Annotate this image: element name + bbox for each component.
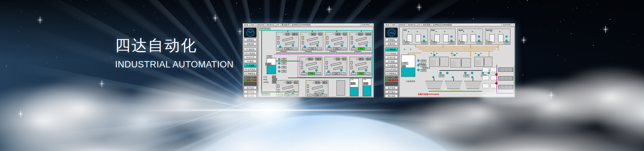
device-status-box [244, 82, 257, 86]
dosing-panel-pac: PAC***100M100M [402, 29, 428, 45]
titlebar-nav-buttons[interactable]: ◄ ► [384, 23, 391, 26]
pipe-segment [470, 51, 471, 57]
system-button-0[interactable]: 用户管理 [385, 86, 398, 90]
equipment-column [336, 80, 345, 96]
function-button-f7[interactable]: F7 降膜蒸发 [244, 72, 257, 75]
pipe-segment [274, 54, 373, 55]
alarm-dot-icon [351, 34, 352, 35]
alarm-dot-icon [370, 37, 371, 38]
press-select-button[interactable] [482, 67, 489, 72]
function-button-f1[interactable]: F1 预处理 [385, 48, 398, 51]
level-tank [363, 78, 371, 96]
pump-icon [478, 54, 480, 56]
status-indicator-cell [388, 77, 391, 79]
process-label: 絮凝反应 [423, 67, 430, 69]
thickener-agitator [453, 78, 454, 81]
pipe-segment [261, 30, 373, 31]
function-button-f3[interactable]: F3 多介质 [244, 56, 257, 59]
heat-exchanger-icon [356, 62, 367, 66]
device-status-box [385, 82, 398, 86]
function-button-f3[interactable]: F3 多介质 [385, 56, 398, 59]
pump-icon [316, 44, 319, 47]
unit-value-strip: CT57.6FT80.1 [313, 81, 327, 84]
ft-label: FT [292, 82, 294, 84]
function-button-f6[interactable]: F6 化学清洗 [385, 68, 398, 71]
alarm-dot-icon [307, 82, 308, 83]
equipment-box [366, 48, 371, 50]
status-indicator-cell [395, 79, 398, 81]
function-button-f6[interactable]: F6 化学清洗 [244, 68, 257, 71]
ct-label: CT [333, 58, 335, 60]
heat-exchanger-icon [282, 37, 293, 41]
mixer-vessel [416, 34, 421, 42]
window-titlebar: ◄ ►21012/02/1609:05:01 上午加药系统监控组态100MW机组… [384, 23, 515, 27]
tank-level-value: 4.391 [265, 63, 271, 65]
impeller-icon: * [490, 32, 493, 34]
level-tank [350, 78, 359, 96]
alarm-button-1[interactable]: 报警消音 [244, 42, 257, 46]
agitator-shaft [439, 58, 440, 66]
mixer-vessel [471, 34, 476, 42]
panel-port-tag: 100M [421, 41, 427, 44]
valve-icon [326, 61, 328, 64]
close-button[interactable]: × [512, 23, 515, 26]
system-button-1[interactable]: 用户备份 [385, 90, 398, 94]
unit-value-strip: CT1.2FT180.9 [283, 33, 298, 36]
pump-icon [505, 36, 507, 38]
equipment-box [301, 72, 307, 75]
function-button-f5[interactable]: F5 反渗透 [244, 64, 257, 67]
status-indicator-cell [388, 79, 391, 81]
ct-label: CT [313, 82, 315, 84]
press-select-button[interactable] [482, 76, 489, 80]
filter-press [498, 67, 513, 72]
cloud-blob [302, 111, 389, 151]
alarm-dot-icon [302, 34, 303, 35]
titlebar-cell: 210 [250, 23, 256, 26]
pipe-segment [450, 90, 462, 90]
function-button-f4[interactable]: F4 超滤 [385, 60, 398, 63]
hero-banner: 四达自动化 INDUSTRIAL AUTOMATION ◄ ►21012/02/… [0, 0, 644, 151]
impeller-icon: * [410, 49, 413, 51]
pump-icon [452, 76, 454, 78]
function-button-f5[interactable]: F5 反渗透 [385, 64, 398, 67]
function-button-f4[interactable]: F4 超滤 [244, 60, 257, 63]
ct-value: 26.0 [359, 58, 364, 60]
titlebar-nav-buttons[interactable]: ◄ ► [243, 23, 250, 26]
system-button-2[interactable]: 退出系统 [385, 94, 398, 98]
titlebar-cell: 0:00 PM [361, 23, 370, 26]
process-label: ORP值 [263, 81, 269, 83]
press-select-button[interactable] [490, 67, 497, 72]
pump-icon [488, 72, 490, 74]
process-label: 污泥浓缩池 [406, 80, 415, 83]
pump-icon [439, 72, 442, 74]
pump-icon [450, 36, 452, 38]
sidebar-spacer [244, 46, 257, 47]
panel-port-tag: 100M [459, 41, 464, 44]
ct-label: CT [356, 58, 358, 60]
pump-icon [417, 59, 420, 62]
function-button-f7[interactable]: F7 降膜蒸发 [385, 72, 398, 75]
impeller-icon: * [499, 32, 502, 34]
close-button[interactable]: × [370, 23, 374, 26]
function-button-f2[interactable]: F2 Y型滤池 [385, 52, 398, 55]
ft-label: FT [313, 58, 315, 60]
alarm-button-0[interactable]: 报警查看 [385, 38, 398, 42]
heat-exchanger-icon [312, 85, 323, 90]
cloud-wisp [480, 88, 553, 105]
alarm-dot-icon [345, 62, 346, 63]
status-indicator-row [385, 77, 398, 79]
ft-value: 80.1 [322, 81, 327, 84]
tank-fill [363, 85, 371, 96]
alarm-button-1[interactable]: 报警消音 [385, 42, 398, 46]
pump-port-tag: 112M [421, 60, 426, 62]
function-button-f1[interactable]: F1 预处理 [244, 48, 257, 51]
panel-port-tag: 100M [486, 41, 492, 44]
ft-value: 0.1 [294, 81, 298, 84]
panel-port-tag: 100M [431, 41, 437, 44]
press-select-button[interactable] [482, 84, 489, 88]
press-select-button[interactable] [490, 76, 497, 80]
alarm-button-0[interactable]: 报警查看 [244, 38, 257, 42]
unit-value-strip: CT1.2FT0.1 [333, 58, 346, 60]
system-button-0[interactable]: 用户登录 [244, 86, 257, 90]
function-button-f2[interactable]: F2 Y型滤池 [244, 52, 257, 55]
